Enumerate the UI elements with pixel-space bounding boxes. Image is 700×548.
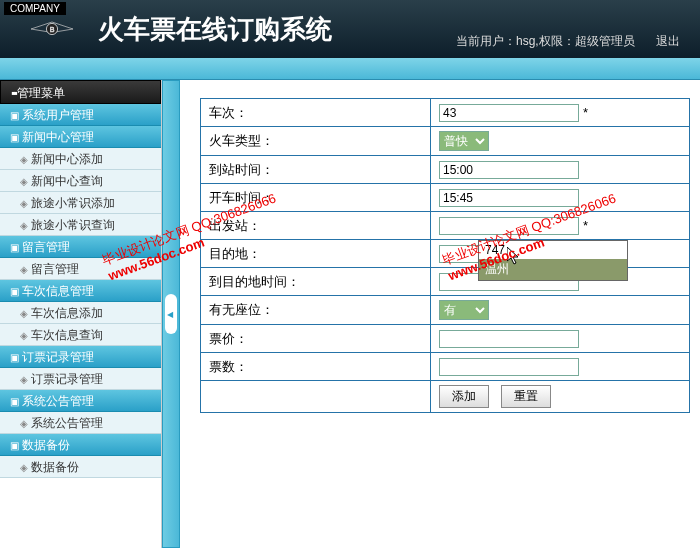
sidebar-category[interactable]: 系统公告管理 (0, 390, 161, 412)
sidebar-item[interactable]: 车次信息查询 (0, 324, 161, 346)
sidebar-item[interactable]: 新闻中心添加 (0, 148, 161, 170)
dropdown-item[interactable]: 747 (479, 241, 627, 259)
form-input[interactable] (439, 189, 579, 207)
split-handle-icon[interactable] (165, 294, 177, 334)
app-title: 火车票在线订购系统 (98, 12, 332, 47)
sidebar-item[interactable]: 旅途小常识查询 (0, 214, 161, 236)
sidebar-item[interactable]: 新闻中心查询 (0, 170, 161, 192)
sidebar-item[interactable]: 订票记录管理 (0, 368, 161, 390)
form-label: 目的地： (201, 240, 431, 268)
form-label: 开车时间： (201, 184, 431, 212)
sidebar-category[interactable]: 留言管理 (0, 236, 161, 258)
logout-link[interactable]: 退出 (656, 34, 680, 48)
menu-title: 管理菜单 (0, 80, 161, 104)
svg-text:B: B (50, 26, 55, 33)
logo-icon: B (12, 14, 92, 44)
user-info: 当前用户：hsg,权限：超级管理员 退出 (438, 33, 680, 50)
main-content: 车次：*火车类型：普快到站时间：开车时间：出发站：*目的地：*到目的地时间：有无… (180, 80, 700, 548)
autocomplete-popup[interactable]: 747 温州 (478, 240, 628, 281)
sidebar-item[interactable]: 系统公告管理 (0, 412, 161, 434)
form-label: 票价： (201, 325, 431, 353)
submit-button[interactable]: 添加 (439, 385, 489, 408)
form-label: 到目的地时间： (201, 268, 431, 296)
form-select[interactable]: 普快 (439, 131, 489, 151)
sidebar-item[interactable]: 数据备份 (0, 456, 161, 478)
form-label: 火车类型： (201, 127, 431, 156)
topbar (0, 58, 700, 80)
header: COMPANY B 火车票在线订购系统 当前用户：hsg,权限：超级管理员 退出 (0, 0, 700, 58)
form-label: 票数： (201, 353, 431, 381)
sidebar-item[interactable]: 旅途小常识添加 (0, 192, 161, 214)
form-label: 出发站： (201, 212, 431, 240)
current-user: 当前用户：hsg,权限：超级管理员 (456, 34, 635, 48)
form-input[interactable] (439, 358, 579, 376)
form-input[interactable] (439, 104, 579, 122)
sidebar: 管理菜单 系统用户管理新闻中心管理新闻中心添加新闻中心查询旅途小常识添加旅途小常… (0, 80, 162, 548)
split-bar[interactable] (162, 80, 180, 548)
company-tag: COMPANY (4, 2, 66, 15)
sidebar-category[interactable]: 系统用户管理 (0, 104, 161, 126)
form-input[interactable] (439, 161, 579, 179)
sidebar-category[interactable]: 订票记录管理 (0, 346, 161, 368)
form-label: 有无座位： (201, 296, 431, 325)
reset-button[interactable]: 重置 (501, 385, 551, 408)
form-label: 到站时间： (201, 156, 431, 184)
sidebar-item[interactable]: 留言管理 (0, 258, 161, 280)
sidebar-category[interactable]: 数据备份 (0, 434, 161, 456)
sidebar-category[interactable]: 车次信息管理 (0, 280, 161, 302)
sidebar-category[interactable]: 新闻中心管理 (0, 126, 161, 148)
form-select[interactable]: 有 (439, 300, 489, 320)
sidebar-item[interactable]: 车次信息添加 (0, 302, 161, 324)
required-mark: * (583, 218, 588, 233)
form-label: 车次： (201, 99, 431, 127)
cursor-icon (507, 247, 523, 267)
dropdown-item[interactable]: 温州 (479, 259, 627, 280)
required-mark: * (583, 105, 588, 120)
form-input[interactable] (439, 330, 579, 348)
form-input[interactable] (439, 217, 579, 235)
